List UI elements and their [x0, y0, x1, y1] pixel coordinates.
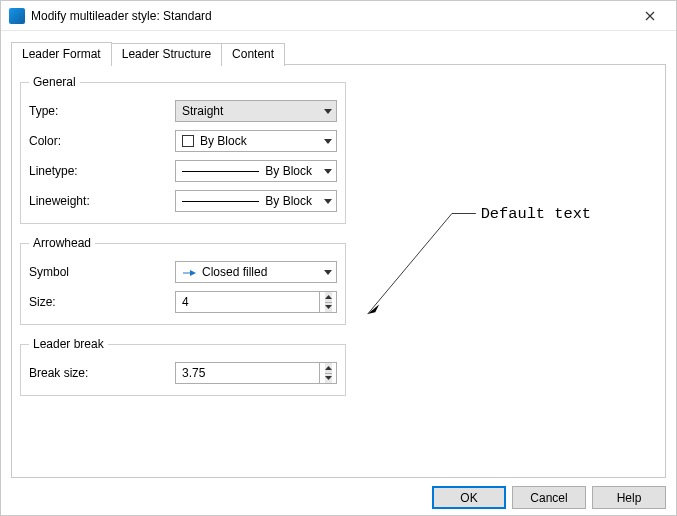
dialog-body: Leader Format Leader Structure Content G… — [1, 31, 676, 515]
group-arrowhead: Arrowhead Symbol Closed filled — [20, 236, 346, 325]
group-general-legend: General — [29, 75, 80, 89]
cancel-button[interactable]: Cancel — [512, 486, 586, 509]
row-type: Type: Straight — [29, 99, 337, 123]
app-icon — [9, 8, 25, 24]
combo-lineweight-text: By Block — [265, 194, 312, 208]
spinner-down-button[interactable] — [325, 374, 332, 384]
dropdown-button[interactable] — [318, 161, 336, 181]
help-button[interactable]: Help — [592, 486, 666, 509]
group-arrowhead-legend: Arrowhead — [29, 236, 95, 250]
combo-type[interactable]: Straight — [175, 100, 337, 122]
linetype-sample-icon — [182, 171, 259, 172]
color-swatch-icon — [182, 135, 194, 147]
titlebar: Modify multileader style: Standard — [1, 1, 676, 31]
spinner-up-button[interactable] — [325, 292, 332, 303]
tab-leader-structure[interactable]: Leader Structure — [111, 43, 222, 66]
row-color: Color: By Block — [29, 129, 337, 153]
chevron-down-icon — [324, 270, 332, 275]
label-symbol: Symbol — [29, 265, 175, 279]
combo-color-text: By Block — [200, 134, 247, 148]
button-row: OK Cancel Help — [11, 478, 666, 509]
combo-symbol[interactable]: Closed filled — [175, 261, 337, 283]
tab-content[interactable]: Content — [221, 43, 285, 66]
chevron-down-icon — [324, 109, 332, 114]
chevron-down-icon — [324, 139, 332, 144]
tab-page: General Type: Straight Color: — [11, 64, 666, 478]
row-size: Size: 4 — [29, 290, 337, 314]
group-leader-break: Leader break Break size: 3.75 — [20, 337, 346, 396]
tab-leader-format[interactable]: Leader Format — [11, 42, 112, 65]
preview-pane: Default text — [350, 65, 665, 477]
label-linetype: Linetype: — [29, 164, 175, 178]
combo-color-value: By Block — [176, 134, 318, 148]
group-leader-break-legend: Leader break — [29, 337, 108, 351]
spinner-size-value: 4 — [176, 295, 319, 309]
label-type: Type: — [29, 104, 175, 118]
dialog-modify-mleader-style: Modify multileader style: Standard Leade… — [0, 0, 677, 516]
label-size: Size: — [29, 295, 175, 309]
spinner-buttons — [319, 292, 336, 312]
group-general: General Type: Straight Color: — [20, 75, 346, 224]
spinner-down-button[interactable] — [325, 303, 332, 313]
spinner-break-size-value: 3.75 — [176, 366, 319, 380]
combo-lineweight[interactable]: By Block — [175, 190, 337, 212]
chevron-down-icon — [324, 199, 332, 204]
close-icon — [645, 11, 655, 21]
preview-text: Default text — [481, 205, 591, 223]
combo-linetype-value: By Block — [176, 164, 318, 178]
lineweight-sample-icon — [182, 201, 259, 202]
label-lineweight: Lineweight: — [29, 194, 175, 208]
combo-lineweight-value: By Block — [176, 194, 318, 208]
combo-symbol-text: Closed filled — [202, 265, 267, 279]
tab-strip: Leader Format Leader Structure Content — [11, 41, 666, 64]
label-color: Color: — [29, 134, 175, 148]
combo-type-value: Straight — [176, 104, 318, 118]
arrowhead-icon — [182, 267, 196, 277]
window-title: Modify multileader style: Standard — [31, 9, 628, 23]
svg-line-1 — [368, 214, 452, 315]
spinner-buttons — [319, 363, 336, 383]
close-button[interactable] — [628, 2, 672, 30]
ok-button[interactable]: OK — [432, 486, 506, 509]
preview-svg: Default text — [350, 65, 665, 477]
combo-color[interactable]: By Block — [175, 130, 337, 152]
row-lineweight: Lineweight: By Block — [29, 189, 337, 213]
chevron-down-icon — [325, 305, 332, 309]
row-break-size: Break size: 3.75 — [29, 361, 337, 385]
dropdown-button[interactable] — [318, 262, 336, 282]
row-symbol: Symbol Closed filled — [29, 260, 337, 284]
spinner-size[interactable]: 4 — [175, 291, 337, 313]
chevron-down-icon — [325, 376, 332, 380]
dropdown-button[interactable] — [318, 101, 336, 121]
combo-linetype-text: By Block — [265, 164, 312, 178]
chevron-up-icon — [325, 295, 332, 299]
spinner-up-button[interactable] — [325, 363, 332, 374]
row-linetype: Linetype: By Block — [29, 159, 337, 183]
left-pane: General Type: Straight Color: — [12, 65, 350, 477]
chevron-down-icon — [324, 169, 332, 174]
combo-linetype[interactable]: By Block — [175, 160, 337, 182]
dropdown-button[interactable] — [318, 131, 336, 151]
spinner-break-size[interactable]: 3.75 — [175, 362, 337, 384]
dropdown-button[interactable] — [318, 191, 336, 211]
combo-symbol-value: Closed filled — [176, 265, 318, 279]
label-break-size: Break size: — [29, 366, 175, 380]
chevron-up-icon — [325, 366, 332, 370]
